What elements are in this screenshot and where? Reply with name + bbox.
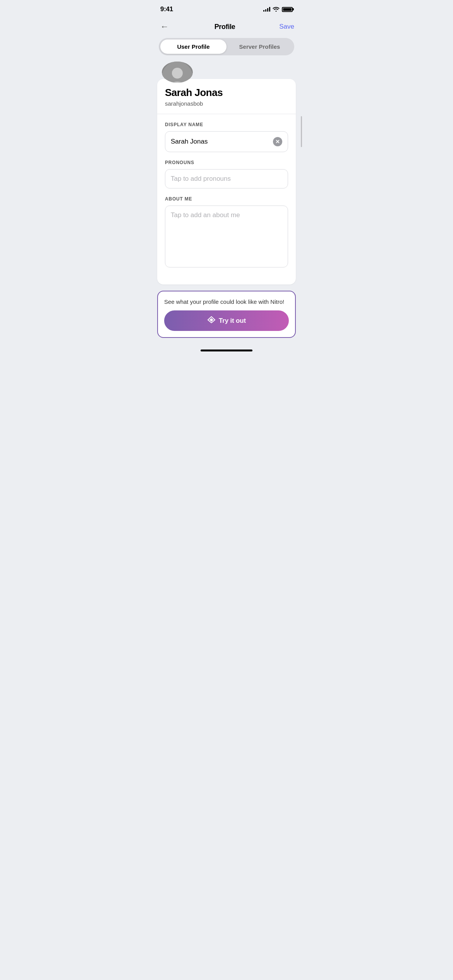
tab-bar: User Profile Server Profiles [159,38,294,55]
page-title: Profile [214,23,235,31]
display-name-input-wrapper[interactable]: ✕ [165,131,288,152]
battery-icon [282,7,293,12]
avatar [162,62,193,83]
profile-card: Sarah Jonas sarahjonasbob DISPLAY NAME ✕… [157,79,296,284]
about-me-placeholder: Tap to add an about me [171,211,282,219]
status-bar: 9:41 [151,0,302,16]
clear-icon: ✕ [275,139,280,144]
about-me-label: ABOUT ME [165,196,288,202]
status-icons [263,6,293,13]
avatar-container[interactable] [162,62,193,83]
divider [157,114,296,114]
svg-point-1 [172,68,183,79]
about-me-field-group: ABOUT ME Tap to add an about me [165,196,288,267]
nitro-try-button[interactable]: Try it out [164,310,289,331]
scrollbar[interactable] [301,116,302,147]
nav-bar: ← Profile Save [151,16,302,38]
home-indicator [201,350,252,351]
nitro-banner: See what your profile could look like wi… [157,291,296,338]
tab-user-profile[interactable]: User Profile [160,39,226,54]
pronouns-field-group: PRONOUNS Tap to add pronouns [165,160,288,188]
display-name-input[interactable] [171,138,273,146]
profile-username: sarahjonasbob [165,100,288,107]
tab-server-profiles[interactable]: Server Profiles [226,39,293,54]
display-name-field-group: DISPLAY NAME ✕ [165,122,288,152]
nitro-icon [207,316,216,325]
profile-display-name: Sarah Jonas [165,87,288,99]
pronouns-input[interactable]: Tap to add pronouns [165,169,288,188]
nitro-button-label: Try it out [219,317,246,325]
display-name-label: DISPLAY NAME [165,122,288,127]
wifi-icon [273,6,280,13]
status-time: 9:41 [160,5,173,13]
display-name-clear-button[interactable]: ✕ [273,137,282,146]
pronouns-label: PRONOUNS [165,160,288,165]
nitro-banner-text: See what your profile could look like wi… [164,298,289,306]
signal-icon [263,7,270,12]
about-me-textarea[interactable]: Tap to add an about me [165,206,288,267]
back-button[interactable]: ← [159,20,170,33]
save-button[interactable]: Save [279,23,294,31]
